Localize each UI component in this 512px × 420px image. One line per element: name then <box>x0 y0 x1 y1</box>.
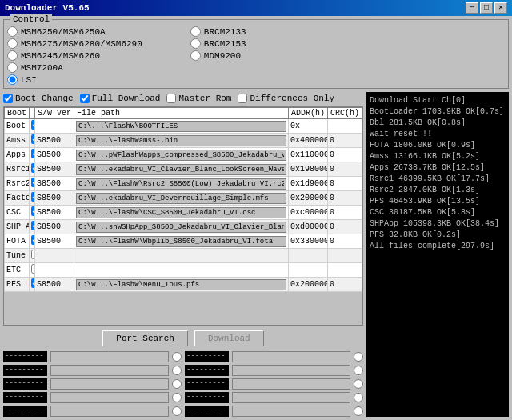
master-rom-checkbox[interactable] <box>166 94 176 103</box>
bottom-radio[interactable] <box>172 393 182 402</box>
bottom-radio[interactable] <box>354 406 363 416</box>
cell-addr: 0x20000000 <box>288 278 327 292</box>
full-download-checkbox[interactable] <box>80 94 90 103</box>
log-line: CSC 30187.5KB OK[5.8s] <box>370 207 506 218</box>
cell-checkbox[interactable] <box>30 234 35 249</box>
path-input[interactable] <box>76 164 286 175</box>
cell-boot: Tune <box>5 249 30 263</box>
button-row: Port Search Download <box>3 327 363 350</box>
bottom-label: ---------- <box>185 392 229 403</box>
path-input[interactable] <box>76 121 286 132</box>
bottom-radio[interactable] <box>172 379 182 389</box>
cell-path[interactable] <box>74 148 289 162</box>
cell-crc: 0 <box>327 162 362 177</box>
bottom-label: ---------- <box>3 406 47 417</box>
bottom-right-row: ---------- <box>185 365 363 376</box>
bottom-left-row: ---------- <box>3 392 182 403</box>
cell-path[interactable] <box>74 119 289 134</box>
port-search-button[interactable]: Port Search <box>102 330 188 346</box>
cell-boot: PFS <box>5 278 30 292</box>
cell-path[interactable] <box>74 278 289 292</box>
cell-boot: CSC <box>5 206 30 220</box>
radio-msm6275-input[interactable] <box>7 38 18 49</box>
cell-path[interactable] <box>74 206 289 220</box>
radio-msm6245: MSM6245/MSM6260 <box>7 50 142 61</box>
close-button[interactable]: ✕ <box>494 2 507 14</box>
download-button[interactable]: Download <box>194 330 264 346</box>
col-check <box>30 108 35 119</box>
cell-addr: 0xd0000000 <box>288 220 327 234</box>
bottom-radio[interactable] <box>354 379 363 389</box>
path-input[interactable] <box>76 193 286 204</box>
cell-crc: 0 <box>327 191 362 206</box>
cell-boot: FOTA <box>5 234 30 249</box>
radio-lsi: LSI <box>7 74 142 85</box>
radio-brcm2133-input[interactable] <box>190 26 201 37</box>
cell-crc <box>327 263 362 278</box>
bottom-label: ---------- <box>3 392 47 403</box>
options-row: Boot Change Full Download Master Rom Dif… <box>3 92 363 105</box>
cell-sw <box>35 263 74 278</box>
cell-crc: 0 <box>327 220 362 234</box>
bottom-radio[interactable] <box>172 366 182 375</box>
cell-checkbox[interactable] <box>30 177 35 191</box>
cell-path[interactable] <box>74 177 289 191</box>
bottom-radio[interactable] <box>172 406 182 416</box>
full-download-option: Full Download <box>80 94 161 103</box>
cell-crc: 0 <box>327 234 362 249</box>
path-input[interactable] <box>76 222 286 233</box>
radio-msm6250-input[interactable] <box>7 26 18 37</box>
path-input[interactable] <box>76 150 286 161</box>
differences-only-checkbox[interactable] <box>238 94 247 103</box>
cell-path[interactable] <box>74 263 289 278</box>
bottom-progress-bar <box>232 351 350 362</box>
cell-path[interactable] <box>74 162 289 177</box>
log-line: Wait reset !! <box>370 129 506 140</box>
bottom-radio[interactable] <box>354 366 363 375</box>
cell-checkbox[interactable] <box>30 148 35 162</box>
cell-sw: S8500 <box>35 206 74 220</box>
path-input[interactable] <box>76 236 286 247</box>
cell-checkbox[interactable] <box>30 206 35 220</box>
radio-col1: MSM6250/MSM6250A MSM6275/MSM6280/MSM6290… <box>7 26 142 85</box>
cell-checkbox[interactable] <box>30 220 35 234</box>
bottom-radio[interactable] <box>354 393 363 402</box>
radio-msm6245-input[interactable] <box>7 50 18 61</box>
cell-checkbox[interactable] <box>30 278 35 292</box>
cell-checkbox[interactable] <box>30 162 35 177</box>
cell-path[interactable] <box>74 191 289 206</box>
radio-msm7200-input[interactable] <box>7 62 18 73</box>
bottom-progress-bar <box>232 365 350 376</box>
cell-checkbox[interactable] <box>30 119 35 134</box>
table-row: CSCS85000xc00000000 <box>5 206 362 220</box>
cell-sw: S8500 <box>35 191 74 206</box>
radio-mdm9200-input[interactable] <box>190 50 201 61</box>
cell-path[interactable] <box>74 249 289 263</box>
col-sw: S/W Ver <box>35 108 74 119</box>
path-input[interactable] <box>76 135 286 146</box>
cell-checkbox[interactable] <box>30 263 35 278</box>
cell-path[interactable] <box>74 134 289 148</box>
radio-brcm2153-input[interactable] <box>190 38 201 49</box>
boot-change-checkbox[interactable] <box>3 94 13 103</box>
cell-checkbox[interactable] <box>30 134 35 148</box>
cell-path[interactable] <box>74 220 289 234</box>
cell-checkbox[interactable] <box>30 249 35 263</box>
bottom-progress-bar <box>232 378 350 390</box>
log-line: BootLoader 1703.9KB OK[0.7s] <box>370 106 506 118</box>
path-input[interactable] <box>76 178 286 190</box>
bottom-radio[interactable] <box>354 352 363 362</box>
table-row: PFSS85000x200000000 <box>5 278 362 292</box>
bottom-radio[interactable] <box>172 352 182 362</box>
cell-checkbox[interactable] <box>30 191 35 206</box>
radio-lsi-input[interactable] <box>7 74 18 85</box>
path-input[interactable] <box>76 207 286 218</box>
cell-sw: S8500 <box>35 234 74 249</box>
minimize-button[interactable]: ─ <box>466 2 478 14</box>
maximize-button[interactable]: □ <box>480 2 493 14</box>
log-line: Download Start Ch[0] <box>370 95 506 106</box>
table-row: Rsrc2S85000x1d9000000 <box>5 177 362 191</box>
cell-path[interactable] <box>74 234 289 249</box>
path-input[interactable] <box>76 279 286 290</box>
cell-addr: 0x20000000 <box>288 191 327 206</box>
